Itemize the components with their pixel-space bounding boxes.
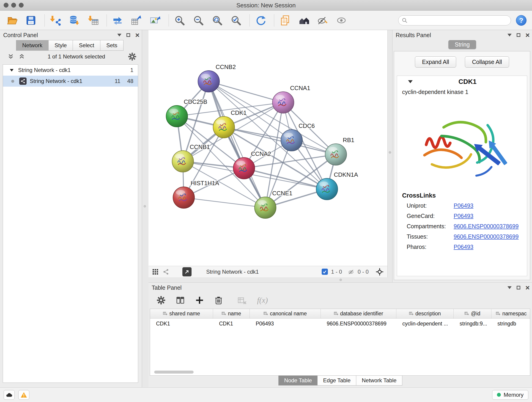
- hidden-eye-icon[interactable]: [348, 269, 355, 275]
- column-header-canonical-name[interactable]: canonical name: [250, 309, 321, 318]
- network-node-CCNA1[interactable]: CCNA1: [272, 85, 310, 113]
- network-edge-CDK1-RB1[interactable]: [224, 127, 336, 154]
- import-network-file-icon[interactable]: [49, 14, 62, 27]
- title-bar: Session: New Session: [0, 0, 532, 11]
- column-header--id[interactable]: @id: [454, 309, 491, 318]
- network-node-RB1[interactable]: RB1: [325, 137, 355, 165]
- collapse-section-icon[interactable]: [408, 80, 413, 83]
- network-canvas[interactable]: CCNB2CCNA1CDC25BCDK1CDC6RB1CCNB1CCNA2CDK…: [148, 30, 388, 266]
- copy-document-icon[interactable]: [278, 14, 292, 27]
- table-row[interactable]: CDK1CDK1P064939606.ENSP00000378699cyclin…: [150, 319, 530, 329]
- network-node-CCNB1[interactable]: CCNB1: [172, 143, 210, 172]
- float-panel-icon[interactable]: [507, 34, 512, 36]
- column-header-namespac[interactable]: namespac: [491, 309, 530, 318]
- collapse-all-icon[interactable]: [8, 53, 14, 60]
- add-column-icon[interactable]: [195, 296, 204, 305]
- selected-indicator-checkbox[interactable]: [322, 269, 328, 275]
- maximize-window-button[interactable]: [19, 3, 24, 7]
- right-splitter-handle[interactable]: [389, 151, 391, 153]
- collapse-all-button[interactable]: Collapse All: [465, 56, 509, 68]
- detach-view-button[interactable]: [182, 267, 191, 276]
- help-button[interactable]: ?: [516, 15, 526, 26]
- crosslink-link[interactable]: 9606.ENSP00000378699: [454, 233, 527, 240]
- tab-style[interactable]: Style: [48, 40, 73, 51]
- network-edge-CCNB2-CCNE1[interactable]: [209, 81, 265, 208]
- table-settings-gear-icon[interactable]: [157, 296, 165, 305]
- network-view-icon[interactable]: [163, 269, 169, 275]
- table-panel: Table Panel × f(x) shared namenamecanoni…: [148, 282, 532, 387]
- bottom-splitter-handle[interactable]: [340, 279, 342, 281]
- tab-string[interactable]: String: [448, 40, 476, 49]
- column-header-name[interactable]: name: [213, 309, 250, 318]
- tab-edge-table[interactable]: Edge Table: [317, 375, 356, 385]
- pan-crosshair-icon[interactable]: [375, 268, 384, 276]
- table-horizontal-scrollbar[interactable]: [154, 370, 194, 374]
- warnings-button[interactable]: [18, 390, 29, 400]
- toggle-annotations-icon[interactable]: [316, 14, 329, 27]
- column-header-description[interactable]: description: [396, 309, 454, 318]
- table-cell[interactable]: stringdb:9...: [454, 321, 491, 327]
- tree-item-network-collection[interactable]: String Network - cdk1 1: [3, 65, 138, 76]
- maximize-panel-icon[interactable]: [517, 286, 520, 289]
- table-cell[interactable]: stringdb: [491, 321, 530, 327]
- import-table-icon[interactable]: [86, 14, 100, 27]
- tab-network-table[interactable]: Network Table: [356, 375, 402, 385]
- zoom-fit-icon[interactable]: [210, 14, 224, 27]
- table-cell[interactable]: 9606.ENSP00000378699: [321, 321, 396, 327]
- refresh-view-icon[interactable]: [254, 14, 267, 27]
- maximize-panel-icon[interactable]: [127, 33, 130, 37]
- import-network-database-icon[interactable]: [68, 14, 81, 27]
- minimize-window-button[interactable]: [11, 3, 16, 7]
- tab-node-table[interactable]: Node Table: [278, 375, 317, 385]
- open-session-icon[interactable]: [6, 14, 19, 27]
- network-node-CDKN1A[interactable]: CDKN1A: [316, 171, 358, 200]
- tab-sets[interactable]: Sets: [100, 40, 123, 51]
- float-panel-icon[interactable]: [117, 34, 121, 36]
- zoom-in-icon[interactable]: [173, 14, 186, 27]
- column-header-database-identifier[interactable]: database identifier: [321, 309, 396, 318]
- expand-all-button[interactable]: Expand All: [415, 56, 456, 68]
- crosslink-link[interactable]: 9606.ENSP00000378699: [454, 223, 527, 230]
- expand-all-icon[interactable]: [19, 53, 25, 60]
- export-table-icon[interactable]: [130, 14, 143, 27]
- float-panel-icon[interactable]: [507, 286, 512, 289]
- zoom-selected-icon[interactable]: [229, 14, 243, 27]
- crosslink-link[interactable]: P06493: [454, 202, 527, 209]
- save-session-icon[interactable]: [24, 14, 38, 27]
- crosslink-link[interactable]: P06493: [454, 213, 527, 219]
- close-window-button[interactable]: [4, 3, 8, 7]
- table-cell[interactable]: P06493: [250, 321, 321, 327]
- close-panel-icon[interactable]: ×: [135, 33, 139, 37]
- tab-network[interactable]: Network: [16, 40, 49, 51]
- graphics-details-icon[interactable]: [335, 14, 348, 27]
- gear-icon[interactable]: [128, 52, 136, 61]
- network-node-CDC6[interactable]: CDC6: [281, 122, 315, 151]
- table-cell[interactable]: CDK1: [150, 321, 213, 327]
- network-node-CCNE1[interactable]: CCNE1: [254, 190, 292, 218]
- cloud-status-button[interactable]: [4, 390, 15, 400]
- network-node-CDC25B[interactable]: CDC25B: [166, 98, 207, 127]
- table-cell[interactable]: cyclin-dependent ...: [396, 321, 454, 327]
- close-panel-icon[interactable]: ×: [525, 286, 530, 289]
- search-input[interactable]: [410, 17, 507, 24]
- caret-down-icon[interactable]: [10, 69, 13, 71]
- show-columns-icon[interactable]: [176, 296, 185, 305]
- close-panel-icon[interactable]: ×: [525, 33, 530, 37]
- column-header-shared-name[interactable]: shared name: [150, 309, 213, 318]
- export-network-icon[interactable]: [111, 14, 124, 27]
- export-image-icon[interactable]: [148, 14, 162, 27]
- delete-column-icon[interactable]: [215, 296, 223, 305]
- maximize-panel-icon[interactable]: [517, 33, 520, 37]
- memory-button[interactable]: Memory: [492, 390, 528, 400]
- network-edge-HIST1H1A-CCNE1[interactable]: [184, 198, 265, 208]
- left-splitter-handle[interactable]: [144, 205, 146, 207]
- grid-view-icon[interactable]: [152, 269, 158, 275]
- table-cell[interactable]: CDK1: [213, 321, 250, 327]
- home-overview-icon[interactable]: [297, 14, 310, 27]
- tree-item-network[interactable]: String Network - cdk1 11 48: [3, 76, 138, 87]
- zoom-out-icon[interactable]: [192, 14, 205, 27]
- crosslink-link[interactable]: P06493: [454, 244, 527, 250]
- network-node-CDK1[interactable]: CDK1: [213, 109, 247, 138]
- tab-select[interactable]: Select: [73, 40, 100, 51]
- network-node-HIST1H1A[interactable]: HIST1H1A: [173, 180, 219, 208]
